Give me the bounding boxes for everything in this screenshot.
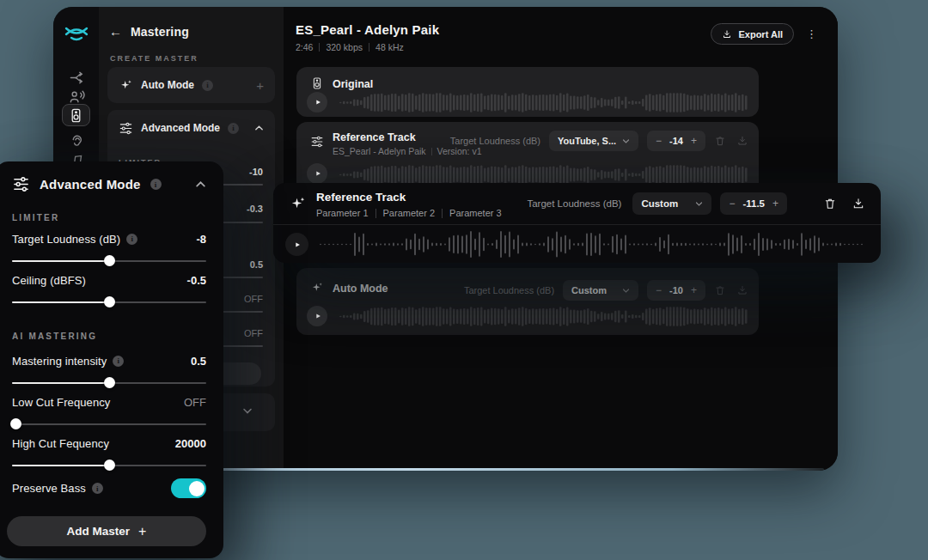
route-icon[interactable] xyxy=(67,69,86,86)
track-title: Reference Track xyxy=(333,131,416,143)
loudness-stepper[interactable]: − -11.5 + xyxy=(720,192,787,215)
speaker-icon[interactable] xyxy=(62,104,90,126)
info-icon[interactable]: i xyxy=(150,179,162,190)
plus-button[interactable]: + xyxy=(691,136,697,146)
waveform[interactable] xyxy=(339,93,748,113)
duration: 2:46 xyxy=(296,42,313,52)
preserve-bass-row: Preserve Bass i xyxy=(12,478,206,498)
minus-button[interactable]: − xyxy=(656,285,662,295)
minus-button[interactable]: − xyxy=(656,136,662,146)
preset-dropdown[interactable]: Custom xyxy=(632,192,711,215)
back-arrow-icon[interactable]: ← xyxy=(109,24,122,39)
high-cut-frequency-slider[interactable] xyxy=(12,460,206,471)
add-master-button[interactable]: Add Master + xyxy=(7,516,206,546)
preset-dropdown[interactable]: Custom xyxy=(563,280,638,301)
add-auto-mode-button[interactable]: + xyxy=(256,78,264,93)
play-button[interactable] xyxy=(307,163,327,184)
download-icon[interactable] xyxy=(736,284,748,296)
sparkle-icon xyxy=(119,78,133,93)
parameter-2[interactable]: Parameter 2 xyxy=(383,208,436,218)
loudness-stepper[interactable]: − -10 + xyxy=(647,280,705,301)
play-icon xyxy=(314,98,322,107)
samplerate: 48 kHz xyxy=(375,42,404,52)
toggle-knob xyxy=(189,481,205,496)
panel-title: Advanced Mode xyxy=(40,177,141,192)
waveform[interactable] xyxy=(320,231,865,258)
trash-icon[interactable] xyxy=(823,197,837,210)
chevron-down-icon[interactable] xyxy=(242,407,253,415)
mastering-intensity-slider[interactable] xyxy=(12,377,206,388)
artist-voice-icon[interactable] xyxy=(67,88,86,105)
info-icon[interactable]: i xyxy=(113,356,124,367)
sliders-icon xyxy=(119,121,133,136)
loudness-label: Target Loudness (dB) xyxy=(464,285,554,295)
chevron-down-icon xyxy=(622,138,630,144)
info-icon[interactable]: i xyxy=(126,234,137,245)
kebab-menu-icon[interactable]: ⋮ xyxy=(806,28,817,40)
song-title: ES_Pearl - Adelyn Paik xyxy=(296,22,439,37)
waveform[interactable] xyxy=(339,307,748,326)
speaker-icon xyxy=(310,76,324,90)
chevron-up-icon[interactable] xyxy=(195,180,206,188)
peek-value: -10 xyxy=(249,167,263,177)
plus-icon: + xyxy=(138,524,146,539)
info-icon[interactable]: i xyxy=(92,483,103,494)
sparkle-icon xyxy=(289,195,307,213)
preserve-bass-toggle[interactable] xyxy=(171,478,206,498)
card-parameters: Parameter 1 Parameter 2 Parameter 3 xyxy=(316,208,502,218)
ear-icon[interactable] xyxy=(67,132,86,149)
song-meta: 2:46 320 kbps 48 kHz xyxy=(296,42,404,52)
preset-dropdown[interactable]: YouTube, S... xyxy=(549,131,638,151)
slider-value: -0.5 xyxy=(187,274,206,287)
loudness-stepper[interactable]: − -14 + xyxy=(647,131,705,151)
app-logo-icon[interactable] xyxy=(64,22,89,43)
advanced-mode-label: Advanced Mode xyxy=(141,122,220,134)
auto-mode-label: Auto Mode xyxy=(141,79,194,91)
slider-thumb[interactable] xyxy=(104,377,115,388)
download-icon[interactable] xyxy=(736,135,748,147)
play-button[interactable] xyxy=(307,92,327,113)
play-button[interactable] xyxy=(307,306,327,326)
chevron-up-icon[interactable] xyxy=(254,125,264,131)
low-cut-frequency-slider[interactable] xyxy=(12,418,206,429)
slider-row-target-loudness: Target Loudness (dB) i -8 xyxy=(12,230,206,268)
sparkle-icon xyxy=(310,281,324,295)
peek-value: -0.3 xyxy=(247,204,263,214)
ai-mastering-section-label: AI MASTERING xyxy=(12,332,97,341)
plus-button[interactable]: + xyxy=(772,198,778,209)
minus-button[interactable]: − xyxy=(729,198,735,209)
target-loudness-slider[interactable] xyxy=(12,255,206,266)
info-icon[interactable]: i xyxy=(228,123,239,134)
bitrate: 320 kbps xyxy=(326,42,363,52)
app-background: ← Mastering CREATE MASTER Auto Mode i + xyxy=(0,0,928,560)
plus-button[interactable]: + xyxy=(691,285,697,295)
trash-icon[interactable] xyxy=(714,135,726,147)
slider-row-mastering-intensity: Mastering intensity i 0.5 xyxy=(12,352,206,390)
ceiling-slider[interactable] xyxy=(12,296,206,307)
auto-mode-card[interactable]: Auto Mode i + xyxy=(107,67,275,103)
chevron-down-icon xyxy=(695,201,703,207)
slider-thumb[interactable] xyxy=(104,296,115,307)
sliders-icon xyxy=(310,135,324,149)
parameter-3[interactable]: Parameter 3 xyxy=(449,208,502,218)
slider-thumb[interactable] xyxy=(10,418,21,429)
slider-thumb[interactable] xyxy=(104,255,115,266)
slider-thumb[interactable] xyxy=(104,460,115,471)
auto-mode-track-row: Auto Mode Target Loudness (dB) Custom − … xyxy=(296,268,759,335)
track-label: Original xyxy=(333,78,373,90)
slider-value: OFF xyxy=(184,396,206,409)
slider-label: Low Cut Frequency xyxy=(12,396,110,409)
original-track-row: Original xyxy=(296,67,759,117)
parameter-1[interactable]: Parameter 1 xyxy=(316,208,369,218)
slider-row-ceiling: Ceiling (dBFS) -0.5 xyxy=(12,271,206,309)
slider-value: -8 xyxy=(196,233,206,246)
waveform[interactable] xyxy=(339,165,748,185)
panel-title: Mastering xyxy=(131,25,189,39)
play-button[interactable] xyxy=(285,233,308,256)
export-all-button[interactable]: Export All xyxy=(711,23,794,45)
play-icon xyxy=(293,240,302,249)
trash-icon[interactable] xyxy=(714,284,726,296)
limiter-section-label: LIMITER xyxy=(12,213,59,222)
info-icon[interactable]: i xyxy=(202,80,213,91)
download-icon[interactable] xyxy=(852,197,865,210)
